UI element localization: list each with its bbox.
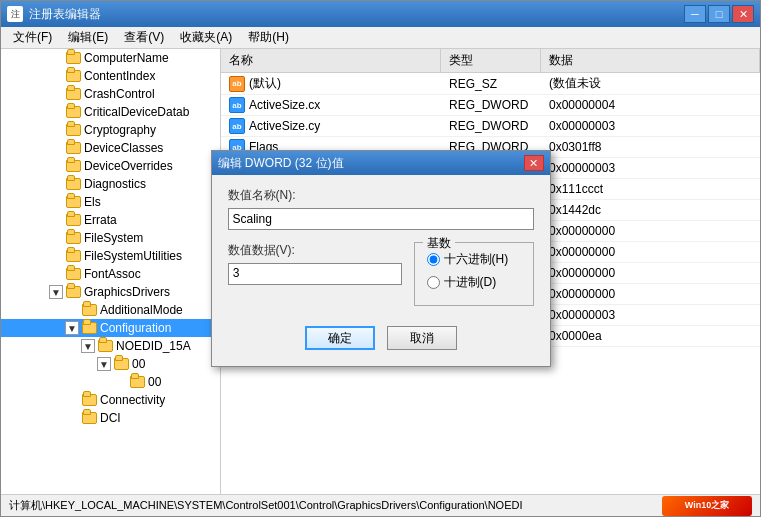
value-col: 数值数据(V): [228, 242, 402, 306]
dialog-title: 编辑 DWORD (32 位)值 [218, 155, 524, 172]
hex-radio[interactable] [427, 253, 440, 266]
base-col: 基数 十六进制(H) 十进制(D) [414, 242, 534, 306]
dialog-close-button[interactable]: ✕ [524, 155, 544, 171]
data-label: 数值数据(V): [228, 242, 402, 259]
dec-radio-row: 十进制(D) [427, 274, 521, 291]
dialog-content: 数值名称(N): 数值数据(V): 基数 十六进制(H) [212, 175, 550, 366]
cancel-button[interactable]: 取消 [387, 326, 457, 350]
base-group: 基数 十六进制(H) 十进制(D) [414, 242, 534, 306]
dec-radio[interactable] [427, 276, 440, 289]
edit-dword-dialog: 编辑 DWORD (32 位)值 ✕ 数值名称(N): 数值数据(V): [211, 150, 551, 367]
dialog-title-bar: 编辑 DWORD (32 位)值 ✕ [212, 151, 550, 175]
name-field-row: 数值名称(N): [228, 187, 534, 230]
dialog-buttons: 确定 取消 [228, 318, 534, 354]
ok-button[interactable]: 确定 [305, 326, 375, 350]
hex-radio-row: 十六进制(H) [427, 251, 521, 268]
dec-label[interactable]: 十进制(D) [444, 274, 497, 291]
name-input[interactable] [228, 208, 534, 230]
data-input[interactable] [228, 263, 402, 285]
value-base-row: 数值数据(V): 基数 十六进制(H) 十进制(D) [228, 242, 534, 306]
base-group-title: 基数 [423, 235, 455, 252]
dialog-overlay: 编辑 DWORD (32 位)值 ✕ 数值名称(N): 数值数据(V): [1, 1, 760, 516]
hex-label[interactable]: 十六进制(H) [444, 251, 509, 268]
name-label: 数值名称(N): [228, 187, 534, 204]
